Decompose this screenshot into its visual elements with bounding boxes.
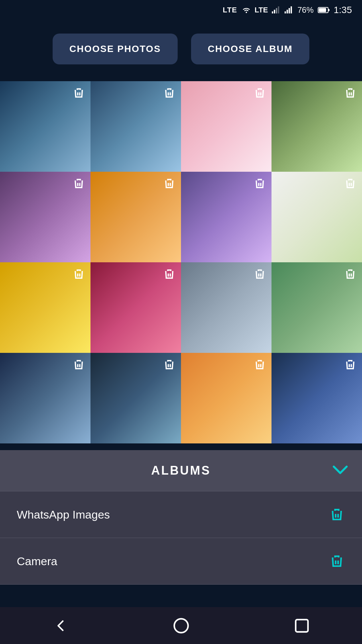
svg-rect-7 — [289, 8, 290, 13]
svg-rect-3 — [276, 8, 277, 13]
photo-cell[interactable] — [272, 172, 362, 262]
battery-level: 76% — [297, 5, 313, 15]
lte-indicator-left: LTE — [223, 6, 237, 14]
trash-icon — [329, 507, 344, 522]
back-button[interactable] — [47, 612, 74, 639]
album-delete-camera[interactable] — [328, 553, 345, 570]
trash-icon — [254, 268, 266, 280]
svg-rect-8 — [291, 6, 292, 13]
photo-cell[interactable] — [0, 353, 90, 443]
home-button[interactable] — [168, 612, 194, 639]
trash-icon — [344, 177, 356, 190]
signal-icon-2 — [284, 6, 293, 14]
album-name-camera: Camera — [17, 555, 57, 568]
photo-cell[interactable] — [0, 81, 90, 172]
photo-delete-2[interactable] — [162, 86, 176, 100]
home-icon — [172, 616, 190, 635]
svg-rect-5 — [285, 11, 286, 13]
svg-rect-11 — [319, 8, 326, 12]
trash-icon — [73, 87, 85, 99]
albums-section: ALBUMS WhatsApp Images Camera — [0, 450, 362, 585]
photo-cell[interactable] — [272, 81, 362, 172]
recents-button[interactable] — [288, 612, 315, 639]
trash-icon — [163, 177, 175, 190]
status-bar: LTE LTE 76% 1:35 — [0, 0, 362, 20]
lte-indicator-right: LTE — [255, 6, 268, 14]
recents-icon — [293, 616, 311, 635]
photo-cell[interactable] — [90, 172, 181, 262]
photo-cell[interactable] — [90, 353, 181, 443]
trash-icon — [254, 359, 266, 371]
album-name-whatsapp: WhatsApp Images — [17, 508, 110, 521]
photo-cell[interactable] — [90, 262, 181, 353]
trash-icon — [73, 359, 85, 371]
svg-rect-10 — [328, 9, 329, 11]
photo-delete-3[interactable] — [253, 86, 267, 100]
choose-album-button[interactable]: CHOOSE ALBUM — [191, 34, 309, 64]
photo-delete-4[interactable] — [343, 86, 357, 100]
battery-icon — [318, 6, 330, 14]
svg-point-0 — [246, 12, 247, 13]
top-buttons-container: CHOOSE PHOTOS CHOOSE ALBUM — [0, 20, 362, 81]
photo-cell[interactable] — [181, 172, 272, 262]
choose-photos-button[interactable]: CHOOSE PHOTOS — [53, 34, 178, 64]
trash-icon — [344, 359, 356, 371]
album-delete-whatsapp[interactable] — [328, 506, 345, 523]
svg-rect-2 — [274, 10, 275, 13]
photo-delete-1[interactable] — [72, 86, 86, 100]
albums-title: ALBUMS — [151, 464, 211, 478]
trash-icon — [344, 268, 356, 280]
bottom-nav — [0, 607, 362, 644]
photo-cell[interactable] — [0, 172, 90, 262]
photo-delete-8[interactable] — [343, 176, 357, 191]
photo-cell[interactable] — [0, 262, 90, 353]
photo-cell[interactable] — [181, 353, 272, 443]
clock: 1:35 — [334, 5, 352, 15]
photo-delete-6[interactable] — [162, 176, 176, 191]
wifi-icon — [241, 6, 251, 14]
photo-cell[interactable] — [181, 262, 272, 353]
photo-cell[interactable] — [272, 353, 362, 443]
photo-grid — [0, 81, 362, 443]
photo-delete-16[interactable] — [343, 358, 357, 372]
svg-rect-4 — [278, 6, 279, 13]
svg-rect-13 — [296, 620, 308, 632]
trash-icon — [163, 87, 175, 99]
photo-delete-15[interactable] — [253, 358, 267, 372]
trash-icon — [163, 359, 175, 371]
svg-rect-1 — [272, 11, 273, 13]
photo-delete-5[interactable] — [72, 176, 86, 191]
photo-delete-11[interactable] — [253, 267, 267, 281]
trash-icon — [344, 87, 356, 99]
trash-icon — [73, 268, 85, 280]
svg-rect-6 — [287, 10, 288, 13]
photo-delete-10[interactable] — [162, 267, 176, 281]
album-item-camera[interactable]: Camera — [0, 538, 362, 585]
back-icon — [51, 616, 70, 635]
photo-delete-14[interactable] — [162, 358, 176, 372]
albums-header[interactable]: ALBUMS — [0, 450, 362, 491]
photo-cell[interactable] — [272, 262, 362, 353]
signal-icon-1 — [271, 6, 281, 14]
chevron-down-icon[interactable] — [332, 462, 349, 479]
album-item-whatsapp[interactable]: WhatsApp Images — [0, 491, 362, 538]
chevron-down-icon — [332, 464, 349, 476]
photo-delete-13[interactable] — [72, 358, 86, 372]
photo-cell[interactable] — [90, 81, 181, 172]
status-icons: LTE — [241, 6, 294, 14]
trash-icon — [329, 554, 344, 569]
trash-icon — [73, 177, 85, 190]
photo-delete-12[interactable] — [343, 267, 357, 281]
photo-cell[interactable] — [181, 81, 272, 172]
trash-icon — [254, 177, 266, 190]
photo-delete-9[interactable] — [72, 267, 86, 281]
photo-delete-7[interactable] — [253, 176, 267, 191]
trash-icon — [254, 87, 266, 99]
trash-icon — [163, 268, 175, 280]
svg-point-12 — [174, 619, 188, 632]
